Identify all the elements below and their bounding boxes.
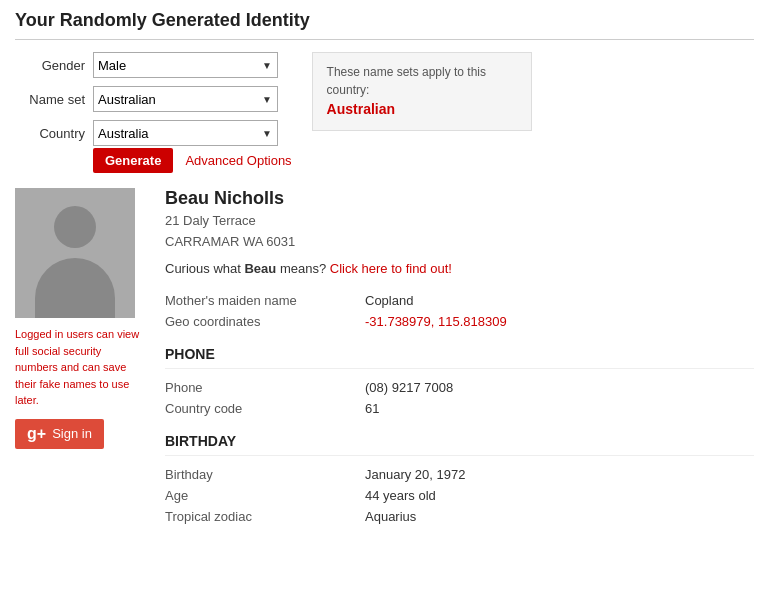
phone-value: (08) 9217 7008 [365, 377, 754, 398]
profile-info: Beau Nicholls 21 Daly Terrace CARRAMAR W… [165, 188, 754, 541]
table-row: Birthday January 20, 1972 [165, 464, 754, 485]
curious-prefix: Curious what [165, 261, 244, 276]
address-line2: CARRAMAR WA 6031 [165, 234, 295, 249]
avatar-info-text: Logged in users can view full social sec… [15, 326, 145, 409]
nameset-label: Name set [15, 92, 85, 107]
birthday-value: January 20, 1972 [365, 464, 754, 485]
geo-value: -31.738979, 115.818309 [365, 311, 754, 332]
gplus-icon: g+ [27, 425, 46, 443]
table-row: Phone (08) 9217 7008 [165, 377, 754, 398]
curious-link[interactable]: Click here to find out! [330, 261, 452, 276]
silhouette-body [35, 258, 115, 318]
geo-label: Geo coordinates [165, 311, 365, 332]
birthday-table: Birthday January 20, 1972 Age 44 years o… [165, 464, 754, 527]
age-value: 44 years old [365, 485, 754, 506]
gender-label: Gender [15, 58, 85, 73]
birthday-label: Birthday [165, 464, 365, 485]
country-select-wrapper: Australia [93, 120, 278, 146]
table-row: Age 44 years old [165, 485, 754, 506]
table-row: Geo coordinates -31.738979, 115.818309 [165, 311, 754, 332]
age-label: Age [165, 485, 365, 506]
avatar-image [15, 188, 135, 318]
country-code-value: 61 [365, 398, 754, 419]
phone-divider [165, 368, 754, 369]
country-select[interactable]: Australia [93, 120, 278, 146]
phone-label: Phone [165, 377, 365, 398]
nameset-info-box: These name sets apply to this country: A… [312, 52, 532, 131]
country-label: Country [15, 126, 85, 141]
table-row: Tropical zodiac Aquarius [165, 506, 754, 527]
nameset-select-wrapper: Australian [93, 86, 278, 112]
zodiac-value: Aquarius [365, 506, 754, 527]
silhouette-head [54, 206, 96, 248]
nameset-select[interactable]: Australian [93, 86, 278, 112]
nameset-info-text: These name sets apply to this country: [327, 65, 486, 97]
mothers-maiden-value: Copland [365, 290, 754, 311]
address-line1: 21 Daly Terrace [165, 213, 256, 228]
details-table: Mother's maiden name Copland Geo coordin… [165, 290, 754, 332]
gender-select[interactable]: Male Female [93, 52, 278, 78]
curious-suffix: means? [276, 261, 326, 276]
curious-line: Curious what Beau means? Click here to f… [165, 261, 754, 276]
advanced-options-link[interactable]: Advanced Options [185, 153, 291, 168]
birthday-section-title: BIRTHDAY [165, 433, 754, 449]
phone-table: Phone (08) 9217 7008 Country code 61 [165, 377, 754, 419]
nameset-info-value: Australian [327, 101, 395, 117]
curious-name: Beau [244, 261, 276, 276]
country-code-label: Country code [165, 398, 365, 419]
profile-name: Beau Nicholls [165, 188, 754, 209]
generate-button[interactable]: Generate [93, 148, 173, 173]
zodiac-label: Tropical zodiac [165, 506, 365, 527]
gender-select-wrapper: Male Female [93, 52, 278, 78]
birthday-divider [165, 455, 754, 456]
page-title: Your Randomly Generated Identity [15, 10, 754, 40]
signin-button[interactable]: g+ Sign in [15, 419, 104, 449]
signin-label: Sign in [52, 426, 92, 441]
mothers-maiden-label: Mother's maiden name [165, 290, 365, 311]
table-row: Mother's maiden name Copland [165, 290, 754, 311]
silhouette [15, 188, 135, 318]
table-row: Country code 61 [165, 398, 754, 419]
profile-address: 21 Daly Terrace CARRAMAR WA 6031 [165, 211, 754, 253]
phone-section-title: PHONE [165, 346, 754, 362]
